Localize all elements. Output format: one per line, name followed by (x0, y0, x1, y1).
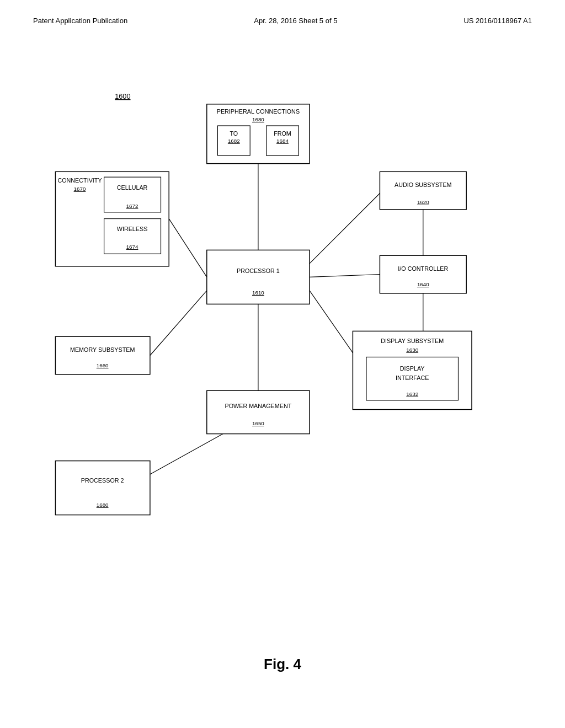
processor2-label: PROCESSOR 2 (81, 477, 124, 484)
svg-line-17 (310, 275, 380, 277)
audio-number: 1620 (417, 199, 429, 205)
processor1-label: PROCESSOR 1 (237, 267, 280, 274)
diagram-svg: 1600 PERIPHERAL CONNECTIONS 1680 TO 1682… (34, 72, 531, 612)
diagram-number: 1600 (115, 92, 130, 100)
to-number: 1682 (228, 138, 240, 144)
connectivity-number: 1670 (74, 186, 86, 192)
svg-line-15 (169, 219, 207, 277)
svg-line-18 (310, 291, 353, 353)
from-number: 1684 (276, 138, 289, 144)
display-interface-label2: INTERFACE (396, 374, 429, 381)
cellular-label: CELLULAR (117, 184, 148, 191)
memory-number: 1660 (97, 362, 109, 368)
fig-caption: Fig. 4 (264, 656, 301, 673)
cellular-number: 1672 (126, 203, 138, 209)
svg-line-21 (150, 434, 223, 475)
peripheral-label: PERIPHERAL CONNECTIONS (217, 108, 300, 115)
header-left: Patent Application Publication (33, 17, 127, 25)
svg-rect-8 (380, 255, 466, 293)
header-right: US 2016/0118967 A1 (463, 17, 532, 25)
display-subsystem-number: 1630 (406, 347, 418, 353)
display-interface-number: 1632 (406, 391, 418, 397)
memory-label: MEMORY SUBSYSTEM (70, 346, 135, 353)
io-number: 1640 (417, 281, 429, 287)
header-center: Apr. 28, 2016 Sheet 5 of 5 (254, 17, 337, 25)
page-header: Patent Application Publication Apr. 28, … (0, 0, 565, 30)
io-label: I/O CONTROLLER (398, 265, 448, 272)
power-number: 1650 (252, 420, 264, 426)
display-subsystem-label: DISPLAY SUBSYSTEM (381, 338, 444, 344)
svg-rect-7 (207, 250, 310, 304)
svg-rect-9 (55, 336, 150, 374)
display-interface-label1: DISPLAY (400, 365, 425, 372)
processor2-number: 1680 (97, 502, 109, 508)
audio-label: AUDIO SUBSYSTEM (395, 181, 452, 188)
peripheral-number: 1680 (252, 116, 264, 122)
svg-line-19 (150, 291, 207, 356)
wireless-label: WIRELESS (117, 226, 148, 232)
connectivity-label: CONNECTIVITY (57, 177, 102, 184)
power-label: POWER MANAGEMENT (225, 403, 291, 409)
wireless-number: 1674 (126, 244, 138, 250)
from-label: FROM (274, 130, 291, 137)
svg-rect-12 (207, 390, 310, 433)
processor1-number: 1610 (252, 290, 264, 296)
patent-page: Patent Application Publication Apr. 28, … (0, 0, 565, 728)
svg-line-16 (310, 194, 380, 264)
to-label: TO (230, 130, 238, 137)
